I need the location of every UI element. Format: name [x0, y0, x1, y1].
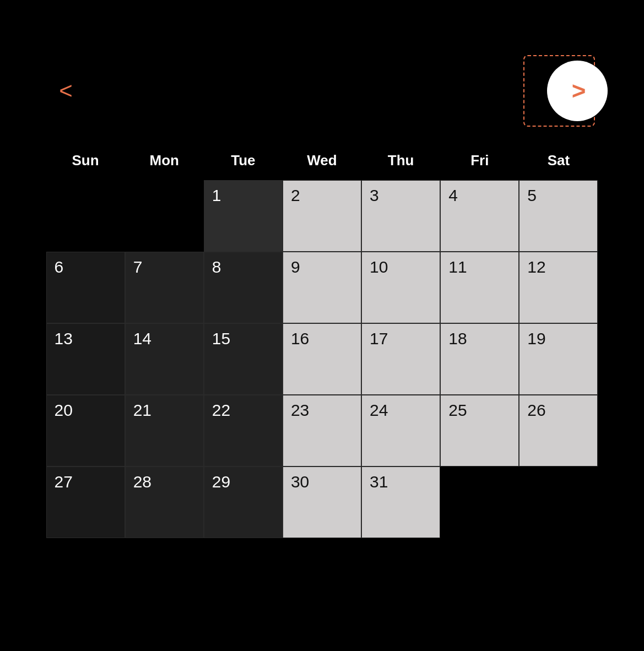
calendar-day-cell[interactable]: 4	[440, 180, 519, 252]
day-number: 1	[212, 187, 221, 204]
calendar-container: < > Sun Mon Tue Wed Thu Fri Sat 12345678…	[33, 0, 611, 560]
calendar-day-cell[interactable]: 10	[361, 252, 440, 323]
calendar-day-cell[interactable]: 29	[204, 466, 283, 538]
calendar-day-cell[interactable]: 31	[361, 466, 440, 538]
day-number: 30	[291, 474, 309, 490]
calendar-day-cell	[519, 466, 598, 538]
day-number: 29	[212, 474, 230, 490]
calendar-day-cell	[46, 180, 125, 252]
calendar-day-cell[interactable]: 9	[283, 252, 361, 323]
day-number: 19	[527, 330, 545, 347]
calendar-day-cell[interactable]: 24	[361, 395, 440, 466]
calendar-day-cell[interactable]: 17	[361, 323, 440, 395]
calendar-day-cell	[125, 180, 204, 252]
day-number: 21	[133, 402, 151, 419]
calendar-day-cell[interactable]: 19	[519, 323, 598, 395]
prev-chevron-icon: <	[59, 79, 73, 102]
day-number: 10	[370, 259, 388, 275]
prev-month-button[interactable]: <	[50, 74, 83, 107]
calendar-day-cell[interactable]: 5	[519, 180, 598, 252]
day-number: 24	[370, 402, 388, 419]
day-number: 7	[133, 259, 143, 275]
day-header-sun: Sun	[46, 147, 125, 178]
calendar-day-cell[interactable]: 16	[283, 323, 361, 395]
day-number: 14	[133, 330, 151, 347]
day-number: 15	[212, 330, 230, 347]
day-number: 17	[370, 330, 388, 347]
calendar-day-cell[interactable]: 3	[361, 180, 440, 252]
calendar-day-cell[interactable]: 12	[519, 252, 598, 323]
calendar-grid: 1234567891011121314151617181920212223242…	[44, 180, 600, 538]
day-number: 31	[370, 474, 388, 490]
day-number: 3	[370, 187, 379, 204]
day-number: 27	[55, 474, 73, 490]
next-month-button[interactable]: >	[547, 61, 608, 121]
day-number: 22	[212, 402, 230, 419]
calendar-day-cell[interactable]: 20	[46, 395, 125, 466]
calendar-day-cell[interactable]: 22	[204, 395, 283, 466]
next-month-container: >	[523, 55, 595, 127]
calendar-day-cell[interactable]: 1	[204, 180, 283, 252]
calendar-day-cell[interactable]: 30	[283, 466, 361, 538]
calendar-day-cell[interactable]: 28	[125, 466, 204, 538]
day-number: 9	[291, 259, 300, 275]
day-number: 25	[448, 402, 467, 419]
calendar-day-cell[interactable]: 27	[46, 466, 125, 538]
day-number: 2	[291, 187, 300, 204]
day-header-thu: Thu	[361, 147, 440, 178]
calendar-day-cell[interactable]: 23	[283, 395, 361, 466]
day-number: 12	[527, 259, 545, 275]
calendar-header: < >	[44, 55, 600, 127]
calendar-day-cell[interactable]: 13	[46, 323, 125, 395]
day-number: 23	[291, 402, 309, 419]
day-header-fri: Fri	[440, 147, 519, 178]
calendar-day-cell[interactable]: 2	[283, 180, 361, 252]
day-number: 4	[448, 187, 458, 204]
calendar-day-cell[interactable]: 25	[440, 395, 519, 466]
next-chevron-icon: >	[572, 77, 586, 105]
day-number: 28	[133, 474, 151, 490]
day-header-mon: Mon	[125, 147, 204, 178]
day-number: 16	[291, 330, 309, 347]
day-number: 13	[55, 330, 73, 347]
day-header-wed: Wed	[283, 147, 361, 178]
day-number: 11	[448, 259, 467, 275]
day-number: 20	[55, 402, 73, 419]
calendar-day-cell[interactable]: 26	[519, 395, 598, 466]
calendar-day-cell[interactable]: 11	[440, 252, 519, 323]
day-header-sat: Sat	[519, 147, 598, 178]
calendar-day-cell[interactable]: 6	[46, 252, 125, 323]
calendar-day-cell[interactable]: 8	[204, 252, 283, 323]
day-headers-row: Sun Mon Tue Wed Thu Fri Sat	[44, 147, 600, 178]
calendar-day-cell[interactable]: 7	[125, 252, 204, 323]
calendar-day-cell[interactable]: 15	[204, 323, 283, 395]
day-number: 5	[527, 187, 537, 204]
calendar-day-cell[interactable]: 14	[125, 323, 204, 395]
day-number: 18	[448, 330, 467, 347]
day-number: 8	[212, 259, 221, 275]
day-number: 26	[527, 402, 545, 419]
calendar-day-cell[interactable]: 18	[440, 323, 519, 395]
calendar-day-cell	[440, 466, 519, 538]
calendar-day-cell[interactable]: 21	[125, 395, 204, 466]
day-number: 6	[55, 259, 64, 275]
day-header-tue: Tue	[204, 147, 283, 178]
